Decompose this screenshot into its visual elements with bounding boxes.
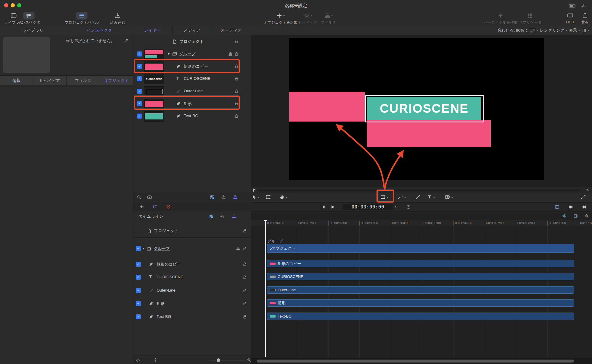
transform-tool-icon[interactable]: [266, 195, 271, 200]
subtab-object[interactable]: オブジェクト: [100, 76, 133, 85]
checkbox-checked[interactable]: ✓: [136, 275, 141, 280]
inspector-button[interactable]: インスペクタ: [18, 12, 41, 25]
track-bar-rect-copy[interactable]: 矩形のコピー: [267, 260, 574, 267]
timeline-row-rect-copy[interactable]: ✓ 矩形のコピー: [133, 258, 251, 271]
timeline-row-rect[interactable]: ✓ 矩形: [133, 297, 251, 310]
tab-media[interactable]: メディア: [172, 26, 212, 35]
checkbox-checked[interactable]: ✓: [137, 101, 142, 106]
mute-icon[interactable]: [139, 204, 144, 209]
clock-icon[interactable]: [406, 205, 411, 209]
layers-row-curioscene[interactable]: ✓ CURIOSCENE T CURIOSCENE: [133, 73, 251, 85]
canvas-outer-line[interactable]: [365, 95, 484, 122]
subtab-behaviors[interactable]: ビヘイビア: [33, 76, 67, 85]
tab-audio[interactable]: オーディオ: [212, 26, 251, 35]
import-button[interactable]: 読み込む: [110, 12, 126, 25]
lock-icon[interactable]: [234, 89, 239, 93]
chevron-down-icon[interactable]: ▾: [258, 196, 259, 199]
behaviors-button[interactable]: ▾ ビヘイビア: [299, 12, 318, 25]
disclosure-triangle-icon[interactable]: ▾: [168, 52, 170, 56]
lock-icon[interactable]: [234, 64, 239, 69]
checkbox-checked[interactable]: ✓: [136, 262, 141, 267]
tab-layers[interactable]: レイヤー: [133, 26, 173, 35]
timeline-row-curioscene[interactable]: ✓ T CURIOSCENE: [133, 271, 251, 284]
checkbox-checked[interactable]: ✓: [137, 89, 142, 94]
rectangle-tool-icon[interactable]: [380, 195, 385, 200]
timeline-ruler[interactable]: 00:00:00:00 00:00:01:00 00:00:02:00 00:0…: [251, 220, 592, 227]
layers-group-row[interactable]: ✓ ▾ グループ: [133, 48, 251, 60]
checkbox-checked[interactable]: ✓: [136, 246, 141, 251]
marker-icon[interactable]: [573, 214, 578, 218]
layers-project-row[interactable]: プロジェクト: [133, 36, 251, 47]
timecode-display[interactable]: 00:00:00:00: [343, 204, 393, 210]
canvas-pink-rect-left[interactable]: [289, 92, 365, 122]
playhead[interactable]: [265, 221, 266, 357]
chevron-down-icon[interactable]: ▾: [433, 196, 435, 199]
gear-icon[interactable]: [221, 195, 226, 200]
layers-row-rect-copy[interactable]: ✓ 矩形のコピー: [133, 60, 251, 73]
grid-view-icon[interactable]: [210, 195, 215, 200]
pin-icon[interactable]: [124, 38, 129, 43]
disclosure-triangle-icon[interactable]: ▾: [143, 247, 144, 250]
rendering-menu[interactable]: レンダリング: [540, 28, 564, 33]
smart-collection-icon[interactable]: [147, 195, 152, 200]
group-track-bar[interactable]: 5オブジェクト: [267, 244, 574, 253]
layers-row-rect[interactable]: ✓ 矩形: [133, 98, 251, 110]
layers-row-text-bg[interactable]: ✓ Text-BG: [133, 110, 251, 122]
zoom-icon[interactable]: [585, 214, 589, 218]
checkbox-checked[interactable]: ✓: [136, 288, 141, 293]
lock-icon[interactable]: [243, 246, 247, 251]
canvas[interactable]: CURIOSCENE: [289, 38, 544, 180]
chevron-down-icon[interactable]: ▾: [451, 196, 453, 199]
lock-icon[interactable]: [243, 275, 247, 279]
scrubber-loop-icon[interactable]: ≪: [585, 187, 589, 192]
gear-icon[interactable]: [220, 214, 224, 219]
layers-view-icon[interactable]: [233, 195, 238, 200]
lock-icon[interactable]: [234, 39, 239, 44]
fullscreen-icon[interactable]: [581, 195, 586, 200]
zoom-stepper-icon[interactable]: [525, 28, 528, 33]
lock-icon[interactable]: [234, 114, 239, 118]
checkbox-checked[interactable]: ✓: [136, 301, 141, 306]
lock-icon[interactable]: [243, 288, 247, 293]
lock-icon[interactable]: [243, 262, 247, 266]
channel-swatch[interactable]: [530, 28, 535, 33]
track-bar-outer-line[interactable]: Outer-Line: [267, 286, 574, 294]
zoom-icon[interactable]: [247, 358, 251, 362]
lock-icon[interactable]: [234, 52, 239, 56]
tab-inspector[interactable]: インスペクタ: [66, 26, 133, 35]
chevron-down-icon[interactable]: ▾: [395, 205, 396, 208]
replicator-button[interactable]: リプリケータ: [519, 12, 541, 25]
zoom-stepper-icon[interactable]: [154, 358, 157, 362]
hand-tool-icon[interactable]: [279, 195, 284, 200]
fit-zoom-control[interactable]: 合わせる: 80%: [497, 28, 524, 33]
timeline-tracks[interactable]: グループ 5オブジェクト 矩形のコピー CURIOSCENE Outer-Lin…: [251, 226, 592, 358]
layers-stack-icon[interactable]: [228, 52, 233, 56]
chevron-down-icon[interactable]: ▾: [404, 196, 406, 199]
chevron-down-icon[interactable]: ▾: [387, 196, 388, 199]
link-icon[interactable]: [562, 214, 567, 218]
grid-view-icon[interactable]: [209, 214, 213, 219]
timeline-row-outer-line[interactable]: ✓ Outer-Line: [133, 284, 251, 297]
layers-stack-icon[interactable]: [236, 246, 240, 251]
checkbox-checked[interactable]: ✓: [137, 76, 142, 81]
save-frame-icon[interactable]: [555, 205, 559, 209]
zoom-slider-track[interactable]: [210, 360, 245, 360]
checkbox-checked[interactable]: ✓: [137, 64, 142, 69]
share-button[interactable]: 共有: [581, 12, 589, 25]
tab-library[interactable]: ライブラリ: [0, 26, 66, 35]
lock-icon[interactable]: [243, 301, 247, 306]
panel-divider[interactable]: [251, 26, 251, 364]
timeline-group-row[interactable]: ✓ ▾ グループ: [133, 242, 251, 255]
project-panel-button[interactable]: プロジェクトパネル: [65, 12, 99, 25]
scrubber-playhead-icon[interactable]: [253, 188, 257, 192]
subtab-info[interactable]: 情報: [0, 76, 33, 85]
lock-icon[interactable]: [243, 315, 247, 319]
layers-view-icon[interactable]: [232, 214, 236, 219]
panel-divider[interactable]: [133, 26, 133, 364]
scrubber-track[interactable]: [258, 190, 581, 191]
track-bar-text-bg[interactable]: Text-BG: [267, 313, 574, 320]
lock-icon[interactable]: [234, 77, 239, 81]
lock-icon[interactable]: [243, 229, 247, 233]
checkbox-checked[interactable]: ✓: [137, 51, 142, 56]
select-tool-icon[interactable]: [252, 195, 257, 200]
